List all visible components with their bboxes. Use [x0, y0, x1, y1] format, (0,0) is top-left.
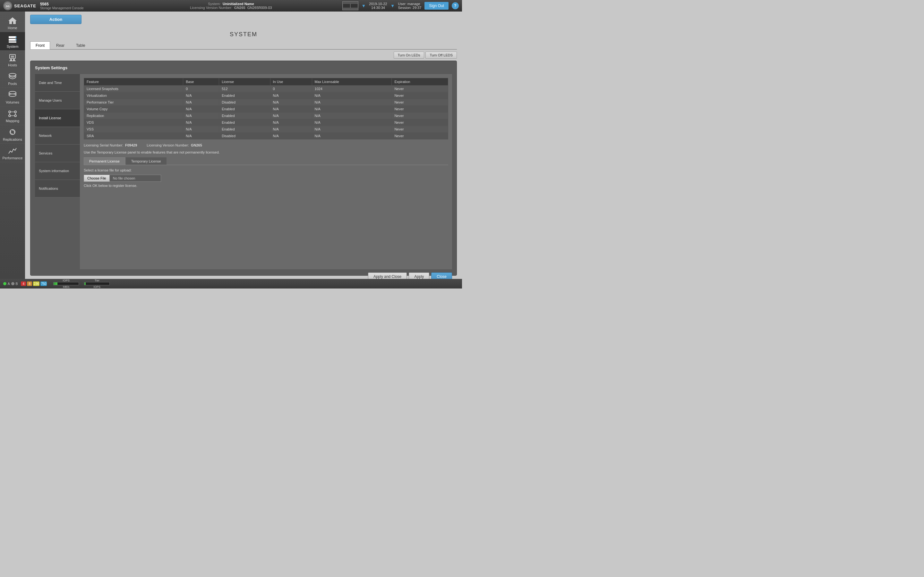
upload-section: Select a license file for upload: Choose…: [84, 168, 448, 187]
sidebar-label-performance: Performance: [3, 156, 23, 160]
svg-point-22: [15, 115, 16, 117]
turn-on-leds-button[interactable]: Turn On LEDs: [394, 52, 425, 59]
home-icon: [7, 16, 18, 25]
license-note: Use the Temporary License panel to enabl…: [84, 150, 448, 154]
sidebar-item-pools[interactable]: Pools: [0, 69, 25, 88]
turn-off-leds-button[interactable]: Turn Off LEDS: [425, 52, 457, 59]
sidebar-label-replications: Replications: [3, 137, 22, 141]
tab-table[interactable]: Table: [71, 41, 91, 49]
svg-point-6: [15, 37, 17, 38]
col-base: Base: [183, 78, 219, 85]
tab-permanent-license[interactable]: Permanent License: [84, 157, 125, 165]
menu-notifications[interactable]: Notifications: [35, 180, 80, 197]
status-light-green: [3, 282, 6, 285]
top-bar-left: SG SEAGATE 5565 Storage Management Conso…: [3, 1, 84, 10]
version-label: Licensing Version Number: GN265: [147, 143, 202, 147]
choose-file-button[interactable]: Choose File: [84, 175, 110, 182]
view-tabs: Front Rear Table: [30, 41, 457, 50]
menu-date-time[interactable]: Date and Time: [35, 74, 80, 92]
close-button[interactable]: Close: [431, 272, 452, 279]
file-name-display: No file chosen: [110, 175, 161, 182]
tab-temporary-license[interactable]: Temporary License: [126, 157, 166, 165]
sidebar: Home System Hosts Pools Volumes: [0, 11, 25, 279]
svg-rect-3: [9, 36, 16, 38]
svg-point-7: [15, 39, 17, 40]
table-row: VirtualizationN/AEnabledN/AN/ANever: [84, 92, 448, 99]
apply-and-close-button[interactable]: Apply and Close: [368, 272, 407, 279]
settings-layout: Date and Time Manage Users Install Licen…: [35, 74, 452, 269]
user-info: User: manage Session: 29:37: [398, 2, 422, 10]
performance-icon: [7, 146, 18, 155]
content-area: Action SYSTEM Front Rear Table Turn On L…: [25, 11, 462, 279]
alert-icons: 4 8 236 750: [21, 282, 47, 286]
alert-blue: 750: [40, 282, 47, 286]
settings-right-content: Feature Base License In Use Max Licensab…: [80, 74, 452, 269]
menu-services[interactable]: Services: [35, 145, 80, 162]
page-title: SYSTEM: [30, 31, 457, 38]
sidebar-item-performance[interactable]: Performance: [0, 143, 25, 162]
action-button[interactable]: Action: [30, 15, 81, 24]
svg-text:SG: SG: [6, 5, 10, 8]
volumes-icon: [7, 90, 18, 99]
table-row: VSSN/AEnabledN/AN/ANever: [84, 126, 448, 133]
sidebar-item-home[interactable]: Home: [0, 13, 25, 32]
system-icon: [7, 35, 18, 44]
tier-iops-label: IOPS: [94, 285, 101, 288]
mapping-icon: [7, 109, 18, 118]
sidebar-item-mapping[interactable]: Mapping: [0, 106, 25, 125]
iops-bar: IOPS MB/s: [53, 279, 79, 288]
product-info: 5565 Storage Management Console: [40, 2, 84, 10]
tier-label: Tier: [95, 279, 99, 282]
alert-red: 4: [21, 282, 26, 286]
svg-point-15: [9, 91, 16, 94]
tab-front[interactable]: Front: [30, 41, 50, 49]
status-bar: A B 4 8 236 750 IOPS MB/s Tier IOPS: [0, 279, 462, 288]
status-label-b: B: [16, 282, 18, 285]
menu-manage-users[interactable]: Manage Users: [35, 92, 80, 109]
col-feature: Feature: [84, 78, 183, 85]
register-hint: Click OK below to register license.: [84, 184, 448, 187]
logo-area: SG SEAGATE: [3, 1, 36, 10]
svg-point-19: [9, 111, 11, 113]
svg-point-20: [15, 111, 16, 113]
svg-rect-5: [9, 41, 16, 43]
sidebar-item-hosts[interactable]: Hosts: [0, 51, 25, 69]
sidebar-item-replications[interactable]: Replications: [0, 125, 25, 143]
sidebar-item-volumes[interactable]: Volumes: [0, 88, 25, 106]
menu-install-license[interactable]: Install License: [35, 109, 80, 127]
perf-monitor: IOPS MB/s Tier IOPS: [53, 279, 110, 288]
pools-icon: [7, 72, 18, 81]
tier-bar-display: Tier IOPS: [84, 279, 110, 288]
seagate-logo: SG: [3, 1, 12, 10]
main-layout: Home System Hosts Pools Volumes: [0, 11, 462, 279]
table-row: Performance TierN/ADisabledN/AN/ANever: [84, 99, 448, 106]
svg-point-14: [9, 73, 16, 76]
sign-out-button[interactable]: Sign Out: [425, 2, 449, 10]
download-arrow: ▼: [362, 3, 366, 8]
table-row: SRAN/ADisabledN/AN/ANever: [84, 133, 448, 139]
license-info: Licensing Serial Number: F09429 Licensin…: [84, 142, 448, 148]
alert-yellow: 236: [33, 282, 39, 286]
svg-rect-10: [11, 57, 14, 57]
license-tabs: Permanent License Temporary License: [84, 157, 448, 165]
serial-label: Licensing Serial Number: F09429: [84, 143, 137, 147]
tab-rear[interactable]: Rear: [51, 41, 70, 49]
table-row: ReplicationN/AEnabledN/AN/ANever: [84, 113, 448, 119]
help-button[interactable]: ?: [452, 2, 459, 9]
replications-icon: [7, 127, 18, 137]
svg-rect-4: [9, 39, 16, 41]
menu-network[interactable]: Network: [35, 127, 80, 145]
menu-system-information[interactable]: System information: [35, 162, 80, 180]
brand-name: SEAGATE: [14, 3, 36, 8]
apply-button[interactable]: Apply: [409, 272, 429, 279]
svg-point-16: [9, 94, 16, 97]
sidebar-label-pools: Pools: [8, 82, 17, 85]
upload-label: Select a license file for upload:: [84, 168, 448, 172]
system-settings-panel: System Settings Date and Time Manage Use…: [30, 61, 457, 276]
product-subtitle: Storage Management Console: [40, 6, 84, 10]
sidebar-label-home: Home: [8, 26, 17, 30]
sidebar-label-hosts: Hosts: [8, 63, 17, 67]
svg-point-21: [9, 115, 11, 117]
top-bar-right: ▼ 2019-10-22 14:30:34 ▼ User: manage Ses…: [342, 1, 459, 10]
sidebar-item-system[interactable]: System: [0, 32, 25, 51]
